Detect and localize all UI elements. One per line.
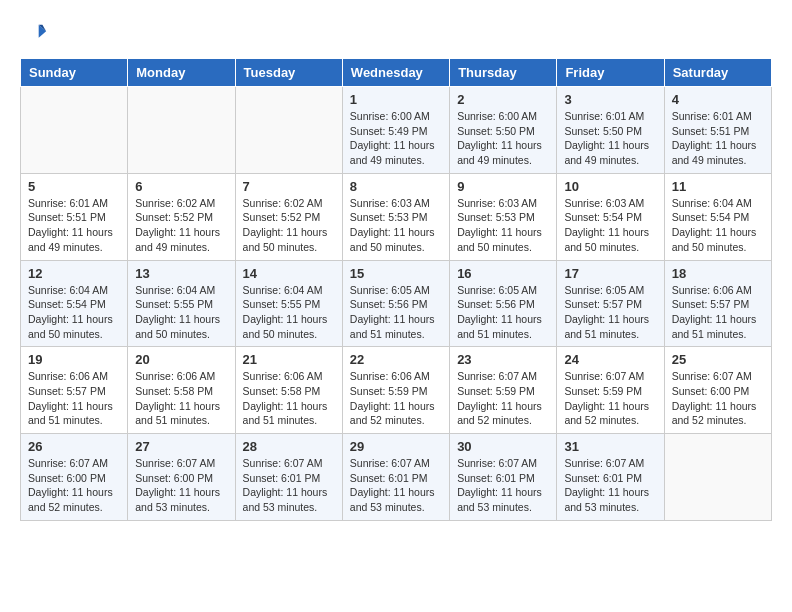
- calendar-table: SundayMondayTuesdayWednesdayThursdayFrid…: [20, 58, 772, 521]
- cell-content: Sunrise: 6:03 AMSunset: 5:54 PMDaylight:…: [564, 196, 656, 255]
- cell-content: Sunrise: 6:03 AMSunset: 5:53 PMDaylight:…: [350, 196, 442, 255]
- day-number: 15: [350, 266, 442, 281]
- calendar-cell: 7Sunrise: 6:02 AMSunset: 5:52 PMDaylight…: [235, 173, 342, 260]
- calendar-cell: 11Sunrise: 6:04 AMSunset: 5:54 PMDayligh…: [664, 173, 771, 260]
- cell-content: Sunrise: 6:07 AMSunset: 6:01 PMDaylight:…: [457, 456, 549, 515]
- calendar-cell: [235, 87, 342, 174]
- col-header-thursday: Thursday: [450, 59, 557, 87]
- calendar-cell: 14Sunrise: 6:04 AMSunset: 5:55 PMDayligh…: [235, 260, 342, 347]
- calendar-cell: 15Sunrise: 6:05 AMSunset: 5:56 PMDayligh…: [342, 260, 449, 347]
- calendar-week-row: 1Sunrise: 6:00 AMSunset: 5:49 PMDaylight…: [21, 87, 772, 174]
- day-number: 18: [672, 266, 764, 281]
- cell-content: Sunrise: 6:06 AMSunset: 5:57 PMDaylight:…: [28, 369, 120, 428]
- day-number: 7: [243, 179, 335, 194]
- calendar-cell: 21Sunrise: 6:06 AMSunset: 5:58 PMDayligh…: [235, 347, 342, 434]
- calendar-cell: 2Sunrise: 6:00 AMSunset: 5:50 PMDaylight…: [450, 87, 557, 174]
- col-header-saturday: Saturday: [664, 59, 771, 87]
- calendar-cell: [21, 87, 128, 174]
- calendar-cell: [128, 87, 235, 174]
- calendar-cell: 27Sunrise: 6:07 AMSunset: 6:00 PMDayligh…: [128, 434, 235, 521]
- cell-content: Sunrise: 6:01 AMSunset: 5:51 PMDaylight:…: [28, 196, 120, 255]
- calendar-cell: 19Sunrise: 6:06 AMSunset: 5:57 PMDayligh…: [21, 347, 128, 434]
- calendar-cell: 12Sunrise: 6:04 AMSunset: 5:54 PMDayligh…: [21, 260, 128, 347]
- cell-content: Sunrise: 6:00 AMSunset: 5:49 PMDaylight:…: [350, 109, 442, 168]
- calendar-cell: 24Sunrise: 6:07 AMSunset: 5:59 PMDayligh…: [557, 347, 664, 434]
- calendar-cell: 31Sunrise: 6:07 AMSunset: 6:01 PMDayligh…: [557, 434, 664, 521]
- day-number: 1: [350, 92, 442, 107]
- calendar-cell: 20Sunrise: 6:06 AMSunset: 5:58 PMDayligh…: [128, 347, 235, 434]
- day-number: 3: [564, 92, 656, 107]
- cell-content: Sunrise: 6:02 AMSunset: 5:52 PMDaylight:…: [135, 196, 227, 255]
- calendar-cell: 25Sunrise: 6:07 AMSunset: 6:00 PMDayligh…: [664, 347, 771, 434]
- calendar-cell: 1Sunrise: 6:00 AMSunset: 5:49 PMDaylight…: [342, 87, 449, 174]
- day-number: 11: [672, 179, 764, 194]
- cell-content: Sunrise: 6:04 AMSunset: 5:55 PMDaylight:…: [243, 283, 335, 342]
- cell-content: Sunrise: 6:07 AMSunset: 6:01 PMDaylight:…: [564, 456, 656, 515]
- calendar-cell: 3Sunrise: 6:01 AMSunset: 5:50 PMDaylight…: [557, 87, 664, 174]
- calendar-cell: 30Sunrise: 6:07 AMSunset: 6:01 PMDayligh…: [450, 434, 557, 521]
- cell-content: Sunrise: 6:04 AMSunset: 5:54 PMDaylight:…: [28, 283, 120, 342]
- day-number: 21: [243, 352, 335, 367]
- page-header: [20, 20, 772, 48]
- day-number: 25: [672, 352, 764, 367]
- cell-content: Sunrise: 6:01 AMSunset: 5:50 PMDaylight:…: [564, 109, 656, 168]
- cell-content: Sunrise: 6:05 AMSunset: 5:56 PMDaylight:…: [350, 283, 442, 342]
- calendar-cell: 8Sunrise: 6:03 AMSunset: 5:53 PMDaylight…: [342, 173, 449, 260]
- day-number: 10: [564, 179, 656, 194]
- cell-content: Sunrise: 6:07 AMSunset: 5:59 PMDaylight:…: [564, 369, 656, 428]
- calendar-cell: 28Sunrise: 6:07 AMSunset: 6:01 PMDayligh…: [235, 434, 342, 521]
- cell-content: Sunrise: 6:07 AMSunset: 6:01 PMDaylight:…: [350, 456, 442, 515]
- calendar-cell: 4Sunrise: 6:01 AMSunset: 5:51 PMDaylight…: [664, 87, 771, 174]
- day-number: 16: [457, 266, 549, 281]
- day-number: 14: [243, 266, 335, 281]
- day-number: 17: [564, 266, 656, 281]
- calendar-cell: 10Sunrise: 6:03 AMSunset: 5:54 PMDayligh…: [557, 173, 664, 260]
- cell-content: Sunrise: 6:05 AMSunset: 5:57 PMDaylight:…: [564, 283, 656, 342]
- cell-content: Sunrise: 6:06 AMSunset: 5:57 PMDaylight:…: [672, 283, 764, 342]
- day-number: 5: [28, 179, 120, 194]
- calendar-week-row: 5Sunrise: 6:01 AMSunset: 5:51 PMDaylight…: [21, 173, 772, 260]
- calendar-week-row: 26Sunrise: 6:07 AMSunset: 6:00 PMDayligh…: [21, 434, 772, 521]
- day-number: 27: [135, 439, 227, 454]
- day-number: 12: [28, 266, 120, 281]
- day-number: 23: [457, 352, 549, 367]
- calendar-cell: 18Sunrise: 6:06 AMSunset: 5:57 PMDayligh…: [664, 260, 771, 347]
- calendar-cell: 17Sunrise: 6:05 AMSunset: 5:57 PMDayligh…: [557, 260, 664, 347]
- cell-content: Sunrise: 6:00 AMSunset: 5:50 PMDaylight:…: [457, 109, 549, 168]
- cell-content: Sunrise: 6:07 AMSunset: 6:00 PMDaylight:…: [135, 456, 227, 515]
- calendar-cell: 23Sunrise: 6:07 AMSunset: 5:59 PMDayligh…: [450, 347, 557, 434]
- cell-content: Sunrise: 6:02 AMSunset: 5:52 PMDaylight:…: [243, 196, 335, 255]
- day-number: 26: [28, 439, 120, 454]
- cell-content: Sunrise: 6:05 AMSunset: 5:56 PMDaylight:…: [457, 283, 549, 342]
- day-number: 9: [457, 179, 549, 194]
- day-number: 8: [350, 179, 442, 194]
- calendar-cell: 13Sunrise: 6:04 AMSunset: 5:55 PMDayligh…: [128, 260, 235, 347]
- day-number: 24: [564, 352, 656, 367]
- col-header-monday: Monday: [128, 59, 235, 87]
- day-number: 28: [243, 439, 335, 454]
- calendar-cell: 29Sunrise: 6:07 AMSunset: 6:01 PMDayligh…: [342, 434, 449, 521]
- day-number: 13: [135, 266, 227, 281]
- day-number: 20: [135, 352, 227, 367]
- day-number: 30: [457, 439, 549, 454]
- day-number: 4: [672, 92, 764, 107]
- calendar-cell: 9Sunrise: 6:03 AMSunset: 5:53 PMDaylight…: [450, 173, 557, 260]
- calendar-week-row: 12Sunrise: 6:04 AMSunset: 5:54 PMDayligh…: [21, 260, 772, 347]
- col-header-wednesday: Wednesday: [342, 59, 449, 87]
- cell-content: Sunrise: 6:07 AMSunset: 6:01 PMDaylight:…: [243, 456, 335, 515]
- logo: [20, 20, 52, 48]
- calendar-cell: 16Sunrise: 6:05 AMSunset: 5:56 PMDayligh…: [450, 260, 557, 347]
- calendar-cell: 22Sunrise: 6:06 AMSunset: 5:59 PMDayligh…: [342, 347, 449, 434]
- day-number: 31: [564, 439, 656, 454]
- cell-content: Sunrise: 6:04 AMSunset: 5:55 PMDaylight:…: [135, 283, 227, 342]
- calendar-cell: 6Sunrise: 6:02 AMSunset: 5:52 PMDaylight…: [128, 173, 235, 260]
- cell-content: Sunrise: 6:04 AMSunset: 5:54 PMDaylight:…: [672, 196, 764, 255]
- col-header-friday: Friday: [557, 59, 664, 87]
- calendar-week-row: 19Sunrise: 6:06 AMSunset: 5:57 PMDayligh…: [21, 347, 772, 434]
- logo-icon: [20, 20, 48, 48]
- cell-content: Sunrise: 6:06 AMSunset: 5:59 PMDaylight:…: [350, 369, 442, 428]
- cell-content: Sunrise: 6:07 AMSunset: 5:59 PMDaylight:…: [457, 369, 549, 428]
- day-number: 6: [135, 179, 227, 194]
- cell-content: Sunrise: 6:06 AMSunset: 5:58 PMDaylight:…: [243, 369, 335, 428]
- col-header-tuesday: Tuesday: [235, 59, 342, 87]
